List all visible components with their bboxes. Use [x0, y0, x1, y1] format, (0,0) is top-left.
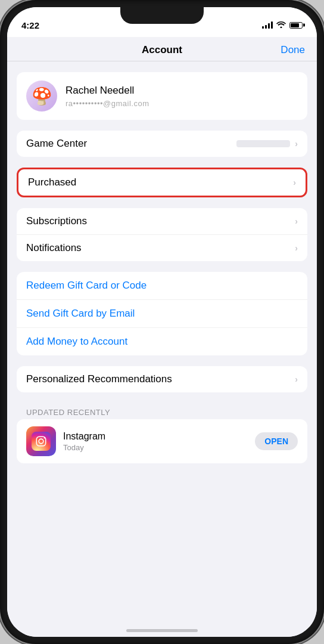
purchased-row[interactable]: Purchased ›	[18, 169, 306, 196]
notifications-chevron-icon: ›	[295, 243, 298, 253]
personalized-label: Personalized Recommendations	[26, 373, 295, 385]
profile-email: ra••••••••••@gmail.com	[66, 99, 149, 108]
redeem-gift-card-label: Redeem Gift Card or Code	[26, 280, 147, 292]
app-name: Instagram	[63, 431, 248, 442]
instagram-app-row[interactable]: Instagram Today OPEN	[17, 419, 307, 463]
open-button[interactable]: OPEN	[255, 432, 298, 450]
app-info: Instagram Today	[63, 431, 248, 452]
status-icons	[262, 21, 303, 30]
app-subtitle: Today	[63, 443, 248, 452]
game-center-section: Game Center ›	[17, 131, 307, 157]
screen-content: Account Done 🍄 Rachel Needell ra••••••••…	[7, 37, 317, 637]
personalized-card: Personalized Recommendations ›	[17, 366, 307, 392]
status-bar: 4:22	[7, 7, 317, 37]
personalized-row[interactable]: Personalized Recommendations ›	[17, 366, 307, 392]
wifi-icon	[276, 21, 286, 30]
sub-notif-section: Subscriptions › Notifications ›	[17, 208, 307, 261]
battery-icon	[289, 22, 303, 29]
send-gift-card-row[interactable]: Send Gift Card by Email	[17, 299, 307, 327]
game-center-row[interactable]: Game Center ›	[17, 131, 307, 157]
personalized-section: Personalized Recommendations ›	[17, 366, 307, 392]
add-money-row[interactable]: Add Money to Account	[17, 327, 307, 355]
profile-info: Rachel Needell ra••••••••••@gmail.com	[66, 85, 149, 108]
purchased-label: Purchased	[28, 177, 293, 188]
profile-section: 🍄 Rachel Needell ra••••••••••@gmail.com	[17, 72, 307, 120]
send-gift-card-label: Send Gift Card by Email	[26, 308, 135, 320]
phone-screen: 4:22	[7, 7, 317, 637]
svg-point-3	[43, 438, 45, 439]
profile-row[interactable]: 🍄 Rachel Needell ra••••••••••@gmail.com	[17, 72, 307, 120]
phone-frame: 4:22	[0, 0, 324, 644]
signal-icon	[262, 21, 273, 29]
navigation-bar: Account Done	[7, 37, 317, 61]
instagram-icon	[26, 426, 56, 456]
subscriptions-row[interactable]: Subscriptions ›	[17, 208, 307, 234]
profile-name: Rachel Needell	[66, 85, 149, 97]
gift-card-section: Redeem Gift Card or Code Send Gift Card …	[17, 272, 307, 355]
add-money-label: Add Money to Account	[26, 336, 127, 348]
purchased-chevron-icon: ›	[293, 178, 296, 187]
sub-notif-card: Subscriptions › Notifications ›	[17, 208, 307, 261]
status-time: 4:22	[21, 20, 39, 30]
game-center-label: Game Center	[26, 138, 236, 150]
personalized-chevron-icon: ›	[295, 374, 298, 384]
purchased-highlighted-section: Purchased ›	[17, 168, 307, 197]
page-title: Account	[142, 44, 182, 56]
subscriptions-chevron-icon: ›	[295, 216, 298, 226]
notch	[120, 7, 204, 24]
redeem-gift-card-row[interactable]: Redeem Gift Card or Code	[17, 272, 307, 299]
svg-rect-0	[32, 432, 51, 451]
bottom-spacer	[7, 463, 317, 499]
home-indicator[interactable]	[126, 629, 198, 632]
profile-card: 🍄 Rachel Needell ra••••••••••@gmail.com	[17, 72, 307, 120]
game-center-value	[236, 140, 290, 147]
notifications-label: Notifications	[26, 242, 295, 254]
subscriptions-label: Subscriptions	[26, 215, 295, 227]
avatar: 🍄	[26, 80, 57, 112]
done-button[interactable]: Done	[281, 44, 305, 56]
chevron-icon: ›	[295, 139, 298, 148]
notifications-row[interactable]: Notifications ›	[17, 234, 307, 261]
updated-recently-section: UPDATED RECENTLY	[17, 403, 307, 463]
game-center-card: Game Center ›	[17, 131, 307, 157]
updated-recently-header: UPDATED RECENTLY	[17, 403, 307, 419]
